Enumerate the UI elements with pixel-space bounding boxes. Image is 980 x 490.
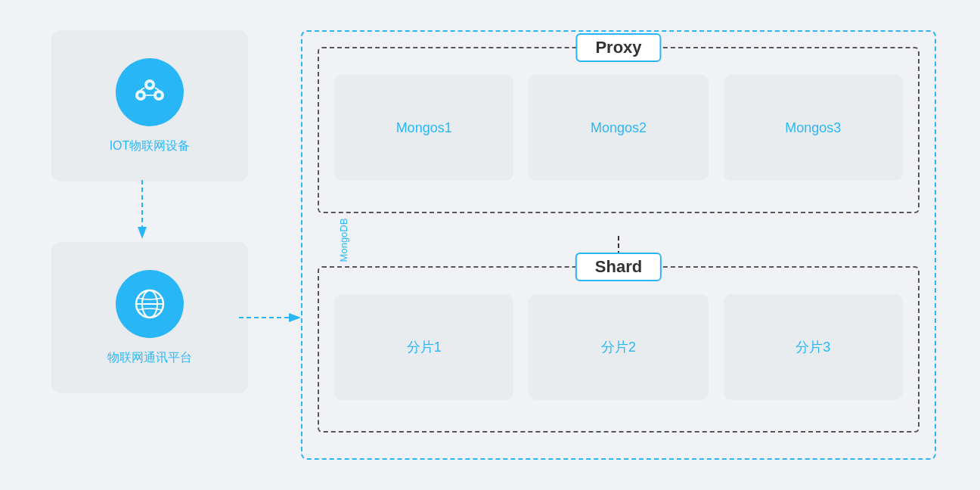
canvas: IOT物联网设备 物联网通讯平台 Mongo: [14, 15, 966, 475]
mongos3-item: Mongos3: [724, 75, 903, 181]
iot-to-platform-arrow: [133, 180, 151, 240]
right-container: Proxy Mongos1 Mongos2 Mongos3 Shard: [301, 30, 936, 460]
proxy-box: Proxy Mongos1 Mongos2 Mongos3: [318, 47, 920, 213]
iot-icon: [116, 58, 184, 126]
platform-box: 物联网通讯平台: [51, 242, 248, 393]
svg-point-4: [138, 93, 143, 98]
shard3-item: 分片3: [724, 294, 903, 400]
shard-box: Shard 分片1 分片2 分片3: [318, 266, 920, 433]
platform-icon: [116, 270, 184, 338]
svg-marker-15: [289, 313, 301, 322]
svg-point-5: [157, 93, 161, 98]
platform-label: 物联网通讯平台: [107, 350, 192, 366]
svg-line-7: [155, 88, 159, 90]
proxy-label: Proxy: [575, 33, 661, 62]
svg-line-6: [141, 88, 144, 90]
svg-point-3: [147, 82, 152, 87]
shard-label: Shard: [575, 253, 662, 281]
shard-row: 分片1 分片2 分片3: [334, 290, 903, 404]
shard1-item: 分片1: [334, 294, 513, 400]
mongos1-item: Mongos1: [334, 75, 513, 181]
iot-label: IOT物联网设备: [110, 138, 191, 154]
platform-to-right-arrow: [239, 309, 307, 327]
mongos2-item: Mongos2: [529, 75, 708, 181]
iot-device-box: IOT物联网设备: [51, 30, 248, 181]
shard2-item: 分片2: [529, 294, 708, 400]
mongos-row: Mongos1 Mongos2 Mongos3: [334, 71, 903, 185]
svg-marker-13: [138, 227, 147, 239]
